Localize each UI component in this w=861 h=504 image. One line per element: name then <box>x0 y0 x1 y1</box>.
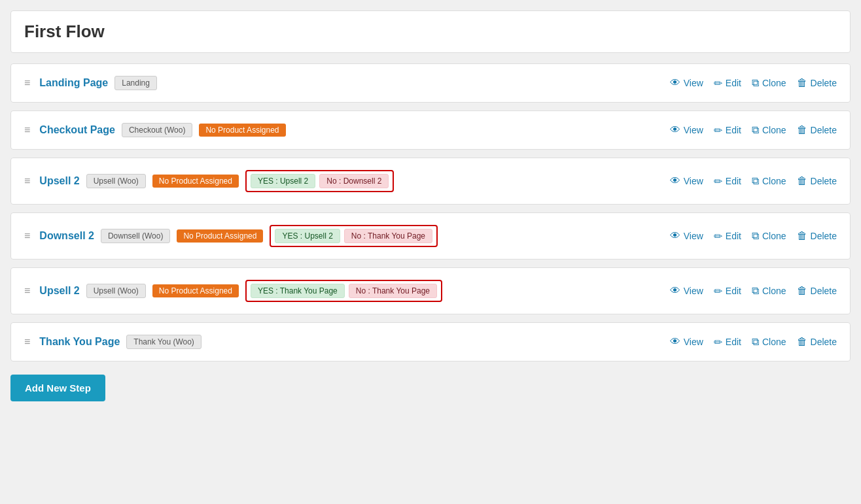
edit-label-upsell2b: Edit <box>726 286 741 296</box>
edit-button-landing[interactable]: ✏Edit <box>714 77 741 90</box>
clone-button-upsell2a[interactable]: ⧉Clone <box>752 175 786 187</box>
step-left-downsell2: ≡Downsell 2Downsell (Woo)No Product Assi… <box>24 225 438 247</box>
view-label-checkout: View <box>684 125 703 135</box>
delete-button-checkout[interactable]: 🗑Delete <box>797 124 837 136</box>
delete-button-thankyou[interactable]: 🗑Delete <box>797 336 837 348</box>
branch-no-downsell2[interactable]: No : Thank You Page <box>344 229 432 243</box>
delete-label-upsell2b: Delete <box>811 286 837 296</box>
view-icon-thankyou: 👁 <box>670 336 680 348</box>
type-badge-landing: Landing <box>114 76 157 90</box>
branch-yes-downsell2[interactable]: YES : Upsell 2 <box>275 229 340 243</box>
view-icon-upsell2a: 👁 <box>670 175 680 187</box>
type-badge-thankyou: Thank You (Woo) <box>126 335 202 349</box>
drag-handle-landing[interactable]: ≡ <box>24 77 30 89</box>
edit-button-downsell2[interactable]: ✏Edit <box>714 230 741 243</box>
step-card-thankyou: ≡Thank You PageThank You (Woo)👁View✏Edit… <box>10 322 851 361</box>
add-new-step-button[interactable]: Add New Step <box>10 375 105 401</box>
view-button-landing[interactable]: 👁View <box>670 77 703 89</box>
clone-button-landing[interactable]: ⧉Clone <box>752 77 786 89</box>
page-wrapper: First Flow ≡Landing PageLanding👁View✏Edi… <box>10 10 851 401</box>
edit-icon-upsell2a: ✏ <box>714 175 722 188</box>
edit-button-upsell2a[interactable]: ✏Edit <box>714 175 741 188</box>
delete-button-landing[interactable]: 🗑Delete <box>797 77 837 89</box>
type-badge-upsell2b: Upsell (Woo) <box>86 284 146 298</box>
clone-icon-landing: ⧉ <box>752 77 759 89</box>
step-name-thankyou: Thank You Page <box>39 336 120 348</box>
step-left-upsell2b: ≡Upsell 2Upsell (Woo)No Product Assigned… <box>24 280 442 302</box>
clone-button-downsell2[interactable]: ⧉Clone <box>752 230 786 242</box>
view-button-checkout[interactable]: 👁View <box>670 124 703 136</box>
step-actions-thankyou: 👁View✏Edit⧉Clone🗑Delete <box>670 336 837 348</box>
branch-box-downsell2: YES : Upsell 2No : Thank You Page <box>270 225 438 247</box>
view-icon-upsell2b: 👁 <box>670 285 680 297</box>
branch-no-upsell2a[interactable]: No : Downsell 2 <box>319 174 389 188</box>
drag-handle-upsell2b[interactable]: ≡ <box>24 285 30 297</box>
edit-icon-checkout: ✏ <box>714 124 722 137</box>
edit-button-upsell2b[interactable]: ✏Edit <box>714 285 741 297</box>
branch-yes-upsell2a[interactable]: YES : Upsell 2 <box>251 174 315 188</box>
no-product-badge-downsell2: No Product Assigned <box>177 229 263 243</box>
view-icon-downsell2: 👁 <box>670 230 680 242</box>
type-badge-downsell2: Downsell (Woo) <box>101 229 170 243</box>
view-button-thankyou[interactable]: 👁View <box>670 336 703 348</box>
view-icon-checkout: 👁 <box>670 124 680 136</box>
view-label-upsell2a: View <box>684 176 703 186</box>
delete-icon-landing: 🗑 <box>797 77 807 89</box>
steps-container: ≡Landing PageLanding👁View✏Edit⧉Clone🗑Del… <box>10 63 851 361</box>
step-name-downsell2: Downsell 2 <box>39 230 94 242</box>
delete-label-upsell2a: Delete <box>811 176 837 186</box>
delete-button-upsell2a[interactable]: 🗑Delete <box>797 175 837 187</box>
step-left-upsell2a: ≡Upsell 2Upsell (Woo)No Product Assigned… <box>24 170 394 192</box>
step-actions-upsell2a: 👁View✏Edit⧉Clone🗑Delete <box>670 175 837 188</box>
no-product-badge-checkout: No Product Assigned <box>199 124 285 137</box>
edit-button-thankyou[interactable]: ✏Edit <box>714 336 741 348</box>
step-card-downsell2: ≡Downsell 2Downsell (Woo)No Product Assi… <box>10 212 851 260</box>
step-actions-upsell2b: 👁View✏Edit⧉Clone🗑Delete <box>670 285 837 297</box>
drag-handle-downsell2[interactable]: ≡ <box>24 230 30 242</box>
view-label-upsell2b: View <box>684 286 703 296</box>
edit-icon-upsell2b: ✏ <box>714 285 722 297</box>
clone-button-checkout[interactable]: ⧉Clone <box>752 124 786 136</box>
drag-handle-thankyou[interactable]: ≡ <box>24 336 30 348</box>
branch-yes-upsell2b[interactable]: YES : Thank You Page <box>251 284 345 298</box>
step-left-thankyou: ≡Thank You PageThank You (Woo) <box>24 335 202 349</box>
view-label-thankyou: View <box>684 337 703 347</box>
clone-label-downsell2: Clone <box>762 231 786 241</box>
edit-icon-downsell2: ✏ <box>714 230 722 243</box>
clone-label-upsell2a: Clone <box>762 176 786 186</box>
step-left-checkout: ≡Checkout PageCheckout (Woo)No Product A… <box>24 123 286 137</box>
view-button-upsell2a[interactable]: 👁View <box>670 175 703 187</box>
delete-label-landing: Delete <box>811 78 837 88</box>
branch-box-upsell2a: YES : Upsell 2No : Downsell 2 <box>245 170 394 192</box>
branch-no-upsell2b[interactable]: No : Thank You Page <box>349 284 437 298</box>
title-card: First Flow <box>10 10 851 53</box>
view-label-downsell2: View <box>684 231 703 241</box>
step-card-checkout: ≡Checkout PageCheckout (Woo)No Product A… <box>10 110 851 150</box>
clone-button-upsell2b[interactable]: ⧉Clone <box>752 285 786 297</box>
edit-button-checkout[interactable]: ✏Edit <box>714 124 741 137</box>
clone-label-checkout: Clone <box>762 125 786 135</box>
clone-button-thankyou[interactable]: ⧉Clone <box>752 336 786 348</box>
page-title: First Flow <box>24 22 837 42</box>
delete-icon-upsell2b: 🗑 <box>797 285 807 297</box>
no-product-badge-upsell2b: No Product Assigned <box>152 284 239 297</box>
step-card-upsell2b: ≡Upsell 2Upsell (Woo)No Product Assigned… <box>10 267 851 314</box>
clone-label-upsell2b: Clone <box>762 286 786 296</box>
step-name-upsell2a: Upsell 2 <box>39 175 79 187</box>
view-button-upsell2b[interactable]: 👁View <box>670 285 703 297</box>
delete-button-upsell2b[interactable]: 🗑Delete <box>797 285 837 297</box>
delete-label-checkout: Delete <box>811 125 837 135</box>
step-name-upsell2b: Upsell 2 <box>39 285 79 297</box>
view-label-landing: View <box>684 78 703 88</box>
edit-icon-landing: ✏ <box>714 77 722 90</box>
step-actions-downsell2: 👁View✏Edit⧉Clone🗑Delete <box>670 230 837 243</box>
clone-icon-upsell2b: ⧉ <box>752 285 759 297</box>
delete-icon-checkout: 🗑 <box>797 124 807 136</box>
view-button-downsell2[interactable]: 👁View <box>670 230 703 242</box>
step-name-checkout: Checkout Page <box>39 124 115 136</box>
drag-handle-upsell2a[interactable]: ≡ <box>24 175 30 187</box>
no-product-badge-upsell2a: No Product Assigned <box>152 175 239 188</box>
delete-button-downsell2[interactable]: 🗑Delete <box>797 230 837 242</box>
drag-handle-checkout[interactable]: ≡ <box>24 124 30 136</box>
clone-icon-downsell2: ⧉ <box>752 230 759 242</box>
